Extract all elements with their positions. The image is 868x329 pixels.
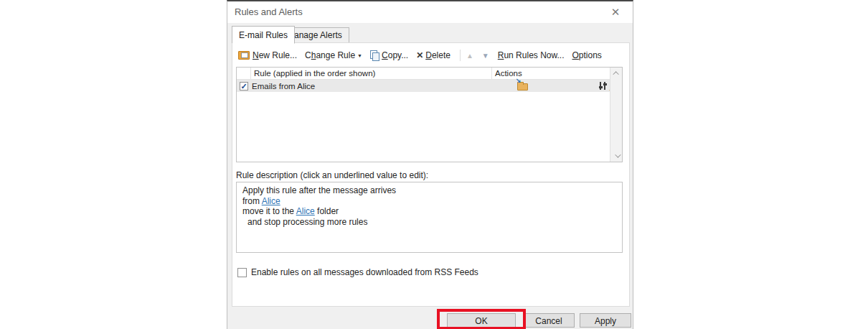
arrow-up-icon: ▲ — [466, 52, 473, 60]
options-button[interactable]: Options — [572, 50, 601, 60]
close-icon: ✕ — [611, 6, 621, 19]
rule-enabled-checkbox[interactable]: ✓ — [240, 82, 248, 91]
rules-list: Rule (applied in the order shown) Action… — [236, 67, 623, 162]
from-alice-link[interactable]: Alice — [262, 196, 280, 206]
header-actions-column[interactable]: Actions — [492, 68, 610, 79]
rule-description-label: Rule description (click an underlined va… — [236, 170, 428, 180]
delete-label-key: D — [425, 50, 432, 60]
delete-x-icon: ✕ — [416, 50, 423, 60]
rules-list-scrollbar[interactable] — [610, 68, 622, 162]
description-line-1: Apply this rule after the message arrive… — [242, 185, 616, 196]
ok-button[interactable]: OK — [447, 313, 516, 328]
move-to-text: move it to the — [242, 206, 296, 216]
dialog-titlebar[interactable]: Rules and Alerts ✕ — [227, 1, 633, 23]
description-line-3: move it to the Alice folder — [242, 206, 616, 217]
move-to-folder-icon: ↘ — [517, 81, 529, 91]
rules-and-alerts-dialog: Rules and Alerts ✕ E-mail Rules Manage A… — [227, 0, 633, 329]
change-rule-button[interactable]: Change Rule ▼ — [305, 50, 362, 60]
folder-arrow-icon: ↘ — [516, 77, 522, 84]
description-line-2: from Alice — [242, 196, 616, 207]
screenshot-canvas: Rules and Alerts ✕ E-mail Rules Manage A… — [0, 0, 868, 329]
move-rule-up-button[interactable]: ▲ — [466, 52, 473, 60]
dialog-title: Rules and Alerts — [235, 6, 303, 17]
change-rule-label-key: h — [311, 50, 316, 60]
run-rules-now-button[interactable]: Run Rules Now... — [498, 50, 565, 60]
toolbar-separator — [460, 50, 461, 61]
copy-label-rest: opy... — [388, 50, 408, 60]
email-rules-tab-page: New Rule... Change Rule ▼ Copy... ✕ Dele… — [232, 42, 630, 307]
new-rule-icon — [238, 51, 250, 60]
options-label-rest: ptions — [579, 50, 602, 60]
move-rule-down-button[interactable]: ▼ — [482, 52, 489, 60]
rule-row-emails-from-alice[interactable]: ✓ Emails from Alice ↘ .. — [237, 80, 610, 92]
run-rules-label-key: R — [498, 50, 504, 60]
new-rule-label-rest: ew Rule... — [259, 50, 297, 60]
copy-icon — [370, 50, 379, 60]
rss-checkbox-row: Enable rules on all messages downloaded … — [237, 267, 478, 277]
change-rule-label: C — [305, 50, 311, 60]
delete-label-rest: elete — [432, 50, 450, 60]
run-rules-label-rest: un Rules Now... — [504, 50, 564, 60]
folder-icon — [517, 83, 528, 91]
rss-feeds-checkbox[interactable] — [237, 268, 247, 277]
folder-alice-link[interactable]: Alice — [296, 206, 315, 216]
header-rule-column[interactable]: Rule (applied in the order shown) — [251, 68, 492, 79]
checkmark-icon: ✓ — [240, 83, 247, 90]
cancel-button[interactable]: Cancel — [523, 313, 575, 328]
rule-name: Emails from Alice — [252, 82, 479, 91]
chevron-down-icon: ▼ — [357, 53, 362, 58]
description-line-4: and stop processing more rules — [242, 217, 616, 228]
close-button[interactable]: ✕ — [601, 1, 630, 22]
new-rule-button[interactable]: New Rule... — [238, 50, 297, 60]
copy-button[interactable]: Copy... — [370, 50, 408, 60]
change-rule-label-rest: ange Rule — [316, 50, 355, 60]
scrollbar-down-button[interactable] — [610, 150, 623, 162]
rule-options-sliders-icon: .. — [598, 82, 608, 91]
rss-checkbox-label: Enable rules on all messages downloaded … — [251, 267, 478, 277]
header-checkbox-column — [237, 68, 251, 79]
rules-list-header: Rule (applied in the order shown) Action… — [237, 68, 610, 80]
chevron-up-icon — [613, 71, 618, 77]
chevron-down-icon — [615, 152, 621, 157]
copy-label-key: C — [382, 50, 388, 60]
apply-button[interactable]: Apply — [580, 313, 631, 328]
options-label-key: O — [572, 50, 578, 60]
scrollbar-up-button[interactable] — [610, 68, 623, 79]
rules-toolbar: New Rule... Change Rule ▼ Copy... ✕ Dele… — [238, 48, 610, 62]
arrow-down-icon: ▼ — [482, 52, 489, 60]
new-rule-label-key: N — [253, 50, 259, 60]
delete-button[interactable]: ✕ Delete — [416, 50, 450, 60]
folder-text: folder — [315, 206, 339, 216]
from-text: from — [242, 196, 262, 206]
tab-email-rules[interactable]: E-mail Rules — [232, 26, 295, 44]
rule-description-box: Apply this rule after the message arrive… — [236, 182, 623, 253]
